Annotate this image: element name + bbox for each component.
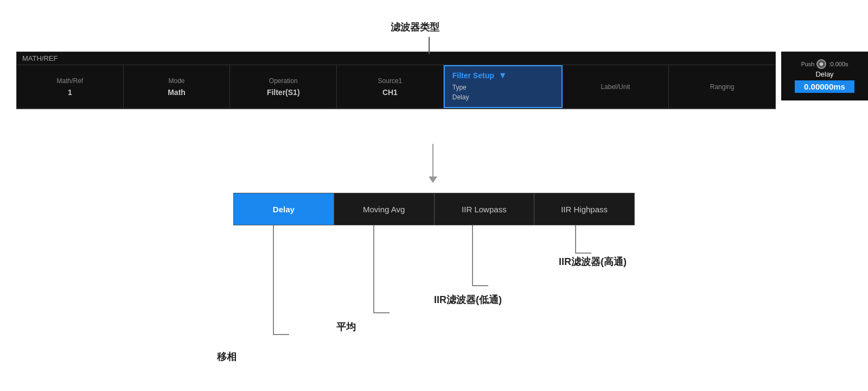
menu-cell-source1[interactable]: Source1 CH1: [337, 65, 444, 108]
annotation-yixiang: 移相: [217, 350, 237, 363]
filter-sub-items: Type Delay: [452, 80, 554, 104]
knob-delay-label: Delay: [815, 70, 833, 78]
annotation-pingjun: 平均: [336, 320, 356, 333]
knob-time: :0.000s: [828, 61, 848, 67]
push-text: Push: [801, 61, 814, 67]
label-unit-value: Label/Unit: [601, 83, 630, 91]
top-bar: MATH/REF Math/Ref 1 Mode Math Operation …: [16, 52, 776, 109]
filter-type-iir-lowpass[interactable]: IIR Lowpass: [435, 193, 535, 225]
arrow-line: [432, 144, 433, 176]
annotation-iir-low: IIR滤波器(低通): [434, 293, 502, 306]
menu-cell-mode[interactable]: Mode Math: [124, 65, 231, 108]
knob-value-display: 0.00000ms: [795, 80, 854, 93]
connector-iir-high-h: [575, 253, 591, 254]
filter-type-moving-avg[interactable]: Moving Avg: [334, 193, 435, 225]
operation-label: Operation: [269, 77, 298, 85]
filter-iir-lowpass-label: IIR Lowpass: [462, 205, 507, 214]
mode-label: Mode: [169, 77, 185, 85]
filter-type-row: Delay Moving Avg IIR Lowpass IIR Highpas…: [233, 193, 635, 225]
menu-cell-ranging[interactable]: Ranging: [669, 65, 775, 108]
knob-area: Push :0.000s Delay 0.00000ms: [781, 52, 868, 100]
knob-circle-icon[interactable]: [816, 59, 826, 69]
menu-cell-label-unit[interactable]: Label/Unit: [563, 65, 669, 108]
math-ref-value: 1: [68, 88, 72, 97]
arrow-head: [429, 176, 437, 183]
annotation-filter-type: 滤波器类型: [391, 21, 439, 34]
ranging-value: Ranging: [710, 83, 735, 91]
filter-delay-label: Delay: [273, 205, 295, 214]
connector-moving-avg: [373, 225, 374, 312]
menu-cell-math-ref[interactable]: Math/Ref 1: [17, 65, 124, 108]
operation-value: Filter(S1): [267, 88, 300, 97]
menu-row: Math/Ref 1 Mode Math Operation Filter(S1…: [17, 65, 775, 109]
filter-type-delay[interactable]: Delay: [234, 193, 334, 225]
connector-delay: [273, 225, 274, 334]
arrow-label-to-filter: [429, 37, 430, 54]
filter-dropdown-arrow-icon: ▼: [499, 71, 507, 80]
connector-delay-h: [273, 334, 289, 335]
math-ref-label: Math/Ref: [57, 77, 84, 85]
menu-cell-filter-setup[interactable]: Filter Setup ▼ Type Delay: [444, 65, 563, 108]
knob-push-label: Push :0.000s: [801, 59, 848, 69]
knob-circle-inner: [820, 62, 823, 66]
filter-type-iir-highpass[interactable]: IIR Highpass: [534, 193, 634, 225]
filter-iir-highpass-label: IIR Highpass: [561, 205, 608, 214]
topbar-title: MATH/REF: [17, 52, 775, 65]
source1-label: Source1: [378, 77, 403, 85]
filter-sub-delay: Delay: [452, 92, 554, 102]
filter-sub-type: Type: [452, 83, 554, 92]
main-arrow: [429, 144, 437, 183]
annotation-iir-high: IIR滤波器(高通): [559, 255, 627, 268]
mode-value: Math: [168, 88, 186, 97]
menu-cell-operation[interactable]: Operation Filter(S1): [230, 65, 337, 108]
connector-iir-low-h: [472, 285, 488, 286]
connector-iir-high: [575, 225, 576, 253]
connector-moving-avg-h: [373, 312, 390, 313]
filter-moving-avg-label: Moving Avg: [363, 205, 405, 214]
source1-value: CH1: [382, 88, 398, 97]
filter-setup-label: Filter Setup: [452, 71, 494, 80]
connector-iir-low: [472, 225, 473, 285]
